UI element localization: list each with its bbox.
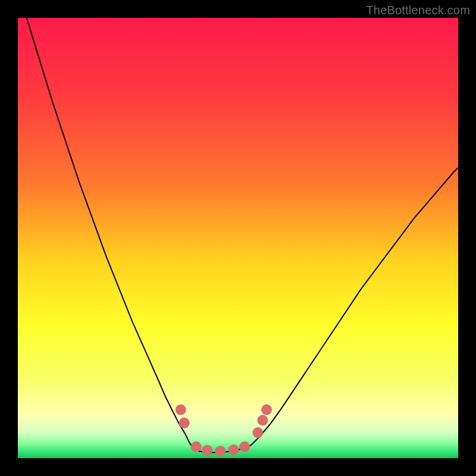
gradient-background	[18, 18, 458, 458]
valley-bead	[252, 427, 263, 438]
plot-area	[18, 18, 458, 458]
valley-bead	[191, 441, 202, 452]
valley-bead	[215, 446, 226, 456]
valley-bead	[202, 445, 212, 456]
watermark-text: TheBottleneck.com	[366, 4, 470, 17]
chart-svg	[18, 18, 458, 458]
valley-bead	[176, 405, 186, 415]
valley-bead	[239, 441, 250, 452]
chart-frame: TheBottleneck.com	[0, 0, 476, 476]
valley-bead	[261, 405, 272, 415]
valley-bead	[257, 415, 268, 425]
valley-bead	[179, 418, 190, 428]
valley-bead	[228, 444, 239, 455]
